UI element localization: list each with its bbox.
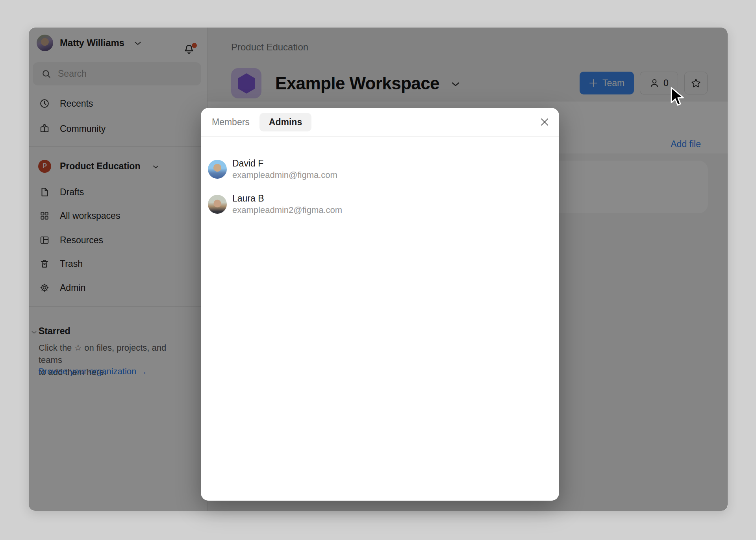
admin-name: David F bbox=[232, 157, 337, 169]
dialog-tabs: Members Admins bbox=[201, 108, 559, 137]
mouse-cursor bbox=[669, 87, 684, 108]
admin-email: exampleadmin2@figma.com bbox=[232, 204, 342, 216]
close-button[interactable] bbox=[537, 115, 552, 129]
avatar bbox=[208, 160, 227, 179]
tab-admins[interactable]: Admins bbox=[259, 113, 311, 131]
admin-name: Laura B bbox=[232, 192, 342, 204]
list-item[interactable]: David F exampleadmin@figma.com bbox=[201, 152, 559, 187]
tab-members[interactable]: Members bbox=[212, 117, 250, 128]
admin-list: David F exampleadmin@figma.com Laura B e… bbox=[201, 137, 559, 222]
list-item[interactable]: Laura B exampleadmin2@figma.com bbox=[201, 187, 559, 222]
admin-email: exampleadmin@figma.com bbox=[232, 169, 337, 181]
admins-dialog: Members Admins David F exampleadmin@figm… bbox=[201, 108, 559, 501]
avatar bbox=[208, 195, 227, 214]
close-icon bbox=[540, 117, 549, 127]
